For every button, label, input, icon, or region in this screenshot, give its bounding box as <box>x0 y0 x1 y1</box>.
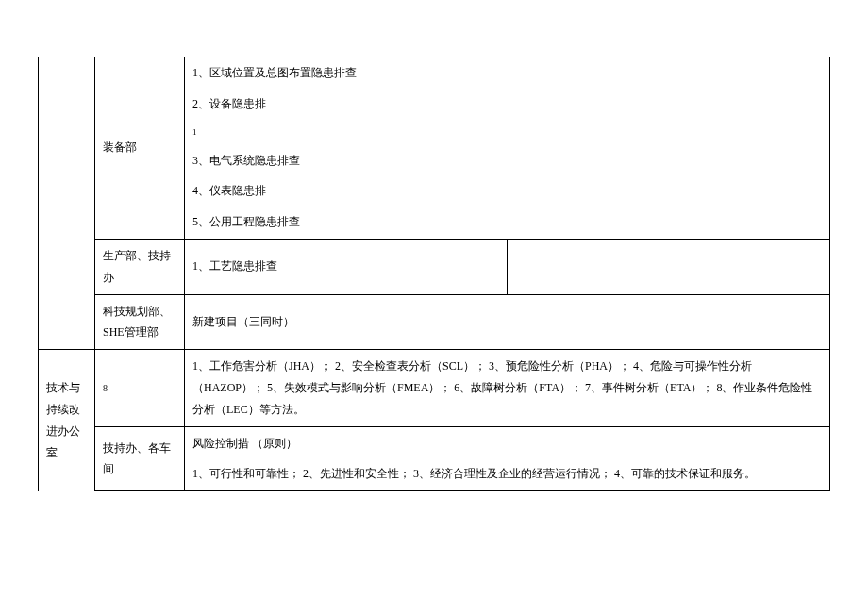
list-item: 3、电气系统隐患排查 <box>192 150 822 172</box>
dept-cell: 8 <box>95 350 185 426</box>
list-item: 4、仪表隐患排 <box>192 180 822 202</box>
list-item: 2、设备隐患排 <box>192 93 822 115</box>
safety-table: 装备部 1、区域位置及总图布置隐患排查 2、设备隐患排 1 3、电气系统隐患排查… <box>38 57 830 491</box>
list-item: 1 <box>192 124 822 141</box>
blank-cell <box>39 57 95 240</box>
dept-cell: 生产部、技持办 <box>95 240 185 295</box>
list-item: 1、区域位置及总图布置隐患排查 <box>192 62 822 84</box>
left-label-cell: 技术与持续改进办公室 <box>39 350 95 491</box>
dept-cell: 技持办、各车间 <box>95 426 185 491</box>
table-row: 生产部、技持办 1、工艺隐患排查 <box>39 240 830 295</box>
principles-text: 1、可行性和可靠性； 2、先进性和安全性； 3、经济合理性及企业的经营运行情况；… <box>192 463 822 485</box>
blank-cell <box>39 240 95 295</box>
content-cell: 1、工艺隐患排查 <box>185 240 508 295</box>
subtitle: 风险控制措 （原则） <box>192 433 822 455</box>
content-cell: 新建项目（三同时） <box>185 294 830 350</box>
dept-cell: 装备部 <box>95 57 185 240</box>
left-label: 技术与持续改进办公室 <box>46 381 80 458</box>
table-row: 装备部 1、区域位置及总图布置隐患排查 2、设备隐患排 1 3、电气系统隐患排查… <box>39 57 830 240</box>
list-item: 5、公用工程隐患排查 <box>192 211 822 233</box>
tail-cell <box>508 240 830 295</box>
blank-cell <box>39 294 95 350</box>
content-cell: 风险控制措 （原则） 1、可行性和可靠性； 2、先进性和安全性； 3、经济合理性… <box>185 426 830 491</box>
table-row: 技术与持续改进办公室 8 1、工作危害分析（JHA）； 2、安全检查表分析（SC… <box>39 350 830 426</box>
content-cell: 1、工作危害分析（JHA）； 2、安全检查表分析（SCL）； 3、预危险性分析（… <box>185 350 830 426</box>
content-cell: 1、区域位置及总图布置隐患排查 2、设备隐患排 1 3、电气系统隐患排查 4、仪… <box>185 57 830 240</box>
table-row: 技持办、各车间 风险控制措 （原则） 1、可行性和可靠性； 2、先进性和安全性；… <box>39 426 830 491</box>
dept-cell: 科技规划部、SHE管理部 <box>95 294 185 350</box>
note-mark: 8 <box>103 383 108 393</box>
table-row: 科技规划部、SHE管理部 新建项目（三同时） <box>39 294 830 350</box>
